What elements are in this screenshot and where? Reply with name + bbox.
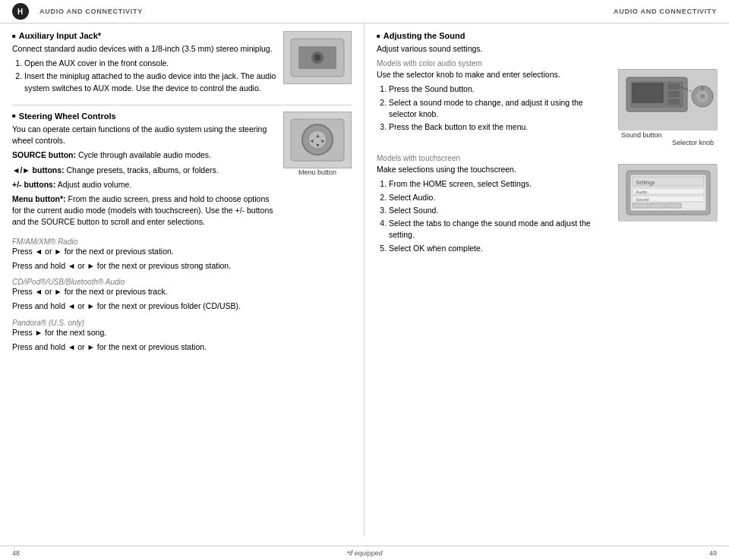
sound-intro: Adjust various sound settings. [377,43,717,55]
svg-text:◄: ◄ [309,138,314,143]
header-left: H AUDIO AND CONNECTIVITY [12,3,143,20]
steering-with-image: Steering Wheel Controls You can operate … [12,112,352,231]
aux-input-steps: Open the AUX cover in the front console.… [24,58,277,94]
volume-text: Adjust audio volume. [58,180,131,189]
aux-jack-image [283,31,352,84]
touchscreen-block: Make selections using the touchscreen. F… [377,164,717,259]
cd-audio-section: CD/iPod®/USB/Bluetooth® Audio Press ◄ or… [12,278,352,312]
pandora-line2: Press and hold ◄ or ► for the next or pr… [12,341,352,353]
prev-next-item: ◄/► buttons: Change presets, tracks, alb… [12,165,277,176]
color-audio-text: Use the selector knob to make and enter … [377,69,612,146]
page-number-right: 49 [709,549,717,557]
volume-item: +/- buttons: Adjust audio volume. [12,179,277,190]
steering-title: Steering Wheel Controls [12,112,277,121]
svg-point-20 [700,94,705,99]
footnote: *if equipped [346,549,383,557]
selector-knob-label: Selector knob [672,139,714,146]
color-audio-subhead: Models with color audio system [377,59,717,68]
cd-audio-heading: CD/iPod®/USB/Bluetooth® Audio [12,278,352,286]
svg-rect-16 [668,91,680,97]
color-audio-intro: Use the selector knob to make and enter … [377,69,612,80]
svg-rect-14 [633,83,663,102]
aux-input-with-image: Auxiliary Input Jack* Connect standard a… [12,31,352,99]
list-item: From the HOME screen, select Settings. [389,178,612,190]
header-right-title: AUDIO AND CONNECTIVITY [614,8,717,15]
svg-rect-33 [649,203,664,208]
fm-radio-line2: Press and hold ◄ or ► for the next or pr… [12,260,352,272]
menu-button-item: Menu button*: From the audio screen, pre… [12,193,277,228]
header-right: AUDIO AND CONNECTIVITY [614,8,717,15]
touchscreen-steps: From the HOME screen, select Settings. S… [389,178,612,253]
fm-radio-heading: FM/AM/XM® Radio [12,238,352,246]
aux-input-text: Auxiliary Input Jack* Connect standard a… [12,31,277,99]
sound-section: Adjusting the Sound Adjust various sound… [377,31,717,259]
steering-intro: You can operate certain functions of the… [12,124,277,146]
volume-label: +/- buttons: [12,180,55,189]
steering-image: ▲ ▼ ◄ ► [283,112,352,168]
steering-wheel-section: Steering Wheel Controls You can operate … [12,112,352,231]
color-audio-steps: Press the Sound button. Select a sound m… [389,83,612,133]
source-label: SOURCE button: [12,150,76,159]
pandora-line1: Press ► for the next song. [12,327,352,338]
right-column: Adjusting the Sound Adjust various sound… [364,24,729,536]
color-audio-block: Use the selector knob to make and enter … [377,69,717,146]
cd-audio-line2: Press and hold ◄ or ► for the next or pr… [12,300,352,312]
svg-text:Audio: Audio [636,190,648,194]
header-left-title: AUDIO AND CONNECTIVITY [39,8,143,15]
list-item: Select the tabs to change the sound mode… [389,218,612,241]
svg-text:Settings: Settings [636,180,655,186]
svg-text:▼: ▼ [315,143,320,148]
list-item: Select Sound. [389,205,612,216]
touchscreen-intro: Make selections using the touchscreen. [377,164,612,175]
aux-input-title: Auxiliary Input Jack* [12,31,277,40]
source-text: Cycle through available audio modes. [78,150,211,159]
svg-rect-15 [668,83,680,90]
svg-rect-17 [668,99,680,105]
selector-knob-label-wrapper: Selector knob [618,139,717,146]
list-item: Select Audio. [389,192,612,203]
sound-button-diagram [618,69,717,130]
svg-rect-34 [666,203,681,208]
touchscreen-diagram-block: Settings Audio Sound [618,164,717,259]
touchscreen-subhead: Models with touchscreen [377,154,717,162]
touchscreen-image: Settings Audio Sound [618,164,717,221]
source-button-item: SOURCE button: Cycle through available a… [12,149,277,161]
aux-input-intro: Connect standard audio devices with a 1/… [12,43,277,55]
fm-radio-line1: Press ◄ or ► for the next or previous st… [12,246,352,257]
aux-input-section: Auxiliary Input Jack* Connect standard a… [12,31,352,99]
sound-diagram-block: Sound button Selector knob [618,69,717,146]
sound-diagram-labels: Sound button [618,131,717,139]
steering-image-block: ▲ ▼ ◄ ► Menu button [283,112,352,231]
list-item: Select a sound mode to change, and adjus… [389,97,612,120]
prev-next-text: Change presets, tracks, albums, or folde… [67,165,219,175]
list-item: Insert the miniplug attached to the audi… [24,71,277,93]
left-column: Auxiliary Input Jack* Connect standard a… [0,24,364,536]
list-item: Press the Back button to exit the menu. [389,121,612,133]
svg-text:▲: ▲ [315,133,320,138]
svg-rect-32 [633,203,648,208]
steering-text: Steering Wheel Controls You can operate … [12,112,277,231]
page-header: H AUDIO AND CONNECTIVITY AUDIO AND CONNE… [0,0,729,24]
main-content: Auxiliary Input Jack* Connect standard a… [0,24,729,536]
prev-next-label: ◄/► buttons: [12,165,65,175]
menu-button-label: Menu button*: [12,194,66,203]
logo: H [12,3,29,20]
list-item: Select OK when complete. [389,243,612,254]
sound-button-label: Sound button [621,131,662,139]
page-number-left: 48 [12,549,20,557]
cd-audio-line1: Press ◄ or ► for the next or previous tr… [12,286,352,297]
list-item: Press the Sound button. [389,83,612,95]
svg-text:►: ► [320,138,326,143]
menu-button-image-label: Menu button [298,168,336,176]
list-item: Open the AUX cover in the front console. [24,58,277,69]
divider [12,105,352,105]
fm-radio-section: FM/AM/XM® Radio Press ◄ or ► for the nex… [12,238,352,272]
svg-text:Sound: Sound [636,197,649,202]
pandora-heading: Pandora® (U.S. only) [12,319,352,327]
touchscreen-text: Make selections using the touchscreen. F… [377,164,612,259]
sound-title: Adjusting the Sound [377,31,717,40]
pandora-section: Pandora® (U.S. only) Press ► for the nex… [12,319,352,353]
svg-point-3 [314,55,320,61]
page-footer: 48 *if equipped 49 [0,546,729,560]
